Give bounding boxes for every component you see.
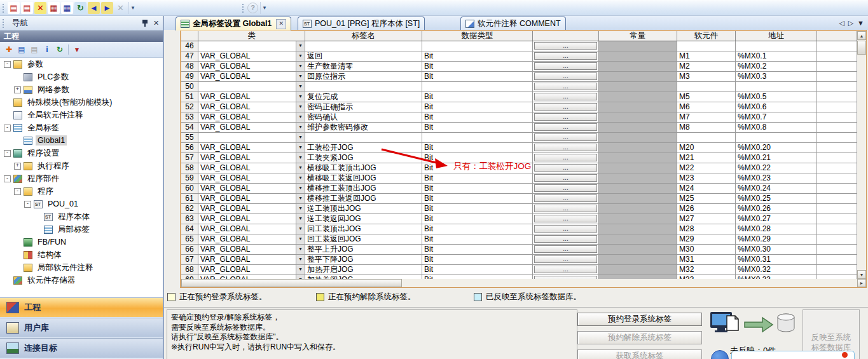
label-name-cell[interactable]: 工装夹紧JOG [305, 153, 422, 163]
import-label-icon[interactable]: ◄ [88, 2, 100, 14]
address-cell[interactable]: %MX0.29 [736, 234, 817, 245]
detail-button[interactable]: ... [534, 235, 597, 243]
data-type-cell[interactable]: Bit [422, 143, 533, 153]
data-type-cell[interactable]: Bit [422, 173, 533, 184]
data-type-cell[interactable]: Bit [422, 102, 533, 112]
class-dropdown-icon[interactable]: ▼ [296, 62, 305, 71]
pin-icon[interactable] [140, 18, 149, 28]
data-type-cell[interactable] [422, 41, 533, 51]
row-insert-below-icon[interactable]: ▤ [21, 2, 33, 14]
class-dropdown-icon[interactable]: ▼ [296, 143, 305, 152]
column-header-类[interactable]: 类 [198, 31, 305, 41]
tab-device-comment[interactable]: 软元件注释 COMMENT [460, 17, 566, 30]
address-cell[interactable]: %MX0.32 [736, 265, 817, 275]
class-cell[interactable]: VAR_GLOBAL▼ [198, 194, 305, 204]
tree-item-program-body[interactable]: 程序本体 [0, 210, 163, 223]
address-cell[interactable]: %MX0.2 [736, 62, 817, 72]
device-cell[interactable]: M7 [677, 112, 736, 123]
row-number[interactable]: 67 [181, 255, 198, 265]
detail-button[interactable]: ... [534, 194, 597, 202]
collapse-icon[interactable]: - [4, 150, 11, 157]
detail-button[interactable]: ... [534, 266, 597, 273]
label-name-cell[interactable]: 复位完成 [305, 92, 422, 102]
label-name-cell[interactable]: 维护参数密码修改 [305, 123, 422, 133]
tree-item-global-label[interactable]: -全局标签 [0, 121, 163, 134]
address-cell[interactable] [736, 41, 817, 51]
device-cell[interactable] [677, 41, 736, 51]
tab-list-icon[interactable]: ▼ [857, 19, 864, 27]
row-number[interactable]: 53 [181, 112, 198, 123]
class-cell[interactable]: VAR_GLOBAL▼ [198, 72, 305, 82]
column-header-常量[interactable]: 常量 [599, 31, 677, 41]
address-cell[interactable]: %MX0.25 [736, 194, 817, 204]
device-cell[interactable]: M24 [677, 184, 736, 194]
class-dropdown-icon[interactable]: ▼ [296, 214, 305, 224]
column-header-标签名[interactable]: 标签名 [305, 31, 422, 41]
detail-button[interactable]: ... [534, 205, 597, 212]
label-name-cell[interactable]: 整平下降JOG [305, 255, 422, 265]
class-cell[interactable]: VAR_GLOBAL▼ [198, 51, 305, 62]
tree-item-network-parameter[interactable]: +网络参数 [0, 83, 163, 96]
data-type-cell[interactable]: Bit [422, 234, 533, 245]
class-cell[interactable]: VAR_GLOBAL▼ [198, 163, 305, 173]
hscroll-thumb[interactable] [181, 279, 402, 287]
data-type-cell[interactable]: Bit [422, 214, 533, 224]
address-cell[interactable]: %MX0.7 [736, 112, 817, 123]
address-cell[interactable]: %MX0.24 [736, 184, 817, 194]
column-header-软元件[interactable]: 软元件 [677, 31, 736, 41]
detail-button[interactable]: ... [534, 225, 597, 233]
toolbar-grip[interactable] [2, 3, 4, 13]
class-cell[interactable]: VAR_GLOBAL▼ [198, 62, 305, 72]
device-cell[interactable]: M32 [677, 265, 736, 275]
data-type-cell[interactable]: Bit [422, 123, 533, 133]
tree-item-global1[interactable]: Global1 [0, 134, 163, 147]
nav-button-project[interactable]: 工程 [0, 297, 163, 317]
label-name-cell[interactable]: 加热开启JOG [305, 265, 422, 275]
column-header-数据类型[interactable]: 数据类型 [422, 31, 533, 41]
row-number[interactable]: 59 [181, 173, 198, 184]
row-number[interactable]: 52 [181, 102, 198, 112]
class-dropdown-icon[interactable]: ▼ [296, 41, 305, 51]
data-type-cell[interactable]: Bit [422, 184, 533, 194]
detail-button[interactable]: ... [534, 144, 597, 151]
detail-button[interactable]: ... [534, 184, 597, 192]
address-cell[interactable]: %MX0.1 [736, 51, 817, 62]
class-dropdown-icon[interactable]: ▼ [296, 234, 305, 244]
class-dropdown-icon[interactable]: ▼ [296, 204, 305, 213]
close-panel-icon[interactable]: ✕ [151, 18, 161, 28]
class-cell[interactable]: VAR_GLOBAL▼ [198, 204, 305, 214]
data-type-cell[interactable]: Bit [422, 204, 533, 214]
class-cell[interactable]: VAR_GLOBAL▼ [198, 102, 305, 112]
device-cell[interactable]: M28 [677, 224, 736, 234]
detail-button[interactable]: ... [534, 52, 597, 60]
detail-button[interactable]: ... [534, 245, 597, 253]
tree-item-local-label[interactable]: 局部标签 [0, 223, 163, 236]
device-cell[interactable]: M6 [677, 102, 736, 112]
label-name-cell[interactable] [305, 41, 422, 51]
device-cell[interactable]: M20 [677, 143, 736, 153]
tree-item-global-device-comment[interactable]: 全局软元件注释 [0, 109, 163, 121]
address-cell[interactable]: %MX0.21 [736, 153, 817, 163]
class-cell[interactable]: VAR_GLOBAL▼ [198, 112, 305, 123]
vscroll-thumb[interactable] [857, 41, 866, 55]
device-cell[interactable]: M21 [677, 153, 736, 163]
class-dropdown-icon[interactable]: ▼ [296, 102, 305, 112]
help-icon[interactable]: ? [247, 3, 258, 13]
label-name-cell[interactable]: 整平上升JOG [305, 245, 422, 255]
row-number[interactable]: 60 [181, 184, 198, 194]
address-cell[interactable]: %MX0.5 [736, 92, 817, 102]
nav-button-connection[interactable]: 连接目标 [0, 338, 163, 358]
row-number[interactable]: 58 [181, 163, 198, 173]
device-cell[interactable]: M22 [677, 163, 736, 173]
class-dropdown-icon[interactable]: ▼ [296, 194, 305, 203]
detail-button[interactable]: ... [534, 83, 597, 90]
class-cell[interactable]: VAR_GLOBAL▼ [198, 214, 305, 224]
class-cell[interactable]: VAR_GLOBAL▼ [198, 123, 305, 133]
class-dropdown-icon[interactable]: ▼ [296, 133, 305, 142]
data-type-cell[interactable] [422, 133, 533, 143]
class-dropdown-icon[interactable]: ▼ [296, 153, 305, 163]
label-name-cell[interactable]: 横移吸工装顶出JOG [305, 163, 422, 173]
device-cell[interactable]: M2 [677, 62, 736, 72]
detail-button[interactable]: ... [534, 72, 597, 80]
data-type-cell[interactable]: Bit [422, 224, 533, 234]
